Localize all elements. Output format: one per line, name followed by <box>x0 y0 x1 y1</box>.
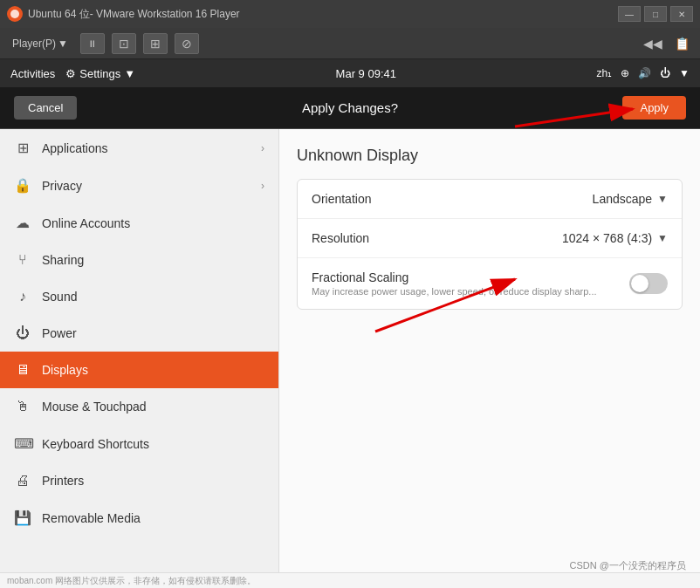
power-menu-icon: ⏻ <box>14 325 31 341</box>
lang-indicator[interactable]: zh₁ <box>596 67 612 79</box>
window-controls: — □ ✕ <box>618 6 693 22</box>
title-bar: Ubuntu 64 位- VMware Workstation 16 Playe… <box>0 0 700 28</box>
sidebar-label-sound: Sound <box>42 290 264 304</box>
sidebar-label-sharing: Sharing <box>42 253 264 267</box>
sidebar-arrow-applications: › <box>261 142 264 154</box>
sidebar-label-keyboard-shortcuts: Keyboard Shortcuts <box>42 437 264 451</box>
vm-ctrl-1[interactable]: ⊡ <box>112 33 136 54</box>
sidebar-item-keyboard-shortcuts[interactable]: ⌨ Keyboard Shortcuts <box>0 425 278 462</box>
svg-point-0 <box>10 10 19 18</box>
sound-icon: ♪ <box>14 289 31 304</box>
sidebar-label-removable-media: Removable Media <box>42 511 264 525</box>
fractional-info: Fractional Scaling May increase power us… <box>312 270 629 297</box>
bottom-notice-text: moban.com 网络图片仅供展示，非存储，如有侵权请联系删除。 <box>7 575 256 587</box>
fractional-scaling-toggle[interactable] <box>629 273 668 294</box>
sidebar-label-mouse-touchpad: Mouse & Touchpad <box>42 400 264 414</box>
settings-dropdown-icon: ▼ <box>124 67 135 80</box>
toolbar-left: Player(P) ▼ ⏸ ⊡ ⊞ ⊘ <box>7 33 640 54</box>
resolution-dropdown-icon: ▼ <box>657 232 668 244</box>
privacy-icon: 🔒 <box>14 177 31 194</box>
sidebar-item-displays[interactable]: 🖥 Displays <box>0 352 278 388</box>
sidebar-label-displays: Displays <box>42 363 264 377</box>
sidebar-label-printers: Printers <box>42 474 264 488</box>
sidebar-item-printers[interactable]: 🖨 Printers <box>0 462 278 499</box>
apply-changes-bar: Cancel Apply Changes? Apply <box>0 87 700 129</box>
resolution-label: Resolution <box>312 231 562 245</box>
topbar-right-icons: zh₁ ⊕ 🔊 ⏻ ▼ <box>596 67 690 79</box>
player-label: Player(P) <box>12 38 56 50</box>
removable-media-icon: 💾 <box>14 509 31 526</box>
bottom-notice: moban.com 网络图片仅供展示，非存储，如有侵权请联系删除。 <box>0 572 700 588</box>
vm-icon <box>7 6 23 22</box>
printers-icon: 🖨 <box>14 473 31 489</box>
settings-menu[interactable]: ⚙ Settings ▼ <box>65 67 135 80</box>
sidebar-item-removable-media[interactable]: 💾 Removable Media <box>0 499 278 537</box>
player-menu-button[interactable]: Player(P) ▼ <box>7 36 73 51</box>
fractional-scaling-title: Fractional Scaling <box>312 270 629 284</box>
keyboard-icon: ⌨ <box>14 435 31 452</box>
resolution-row: Resolution 1024 × 768 (4:3) ▼ <box>298 219 682 258</box>
orientation-dropdown-icon: ▼ <box>657 193 668 205</box>
resolution-value-text: 1024 × 768 (4:3) <box>562 231 652 245</box>
settings-card: Orientation Landscape ▼ Resolution 1024 … <box>297 179 683 310</box>
section-title: Unknown Display <box>297 147 683 165</box>
network-icon[interactable]: ⊕ <box>621 67 629 79</box>
topbar-datetime: Mar 9 09:41 <box>135 67 596 80</box>
ubuntu-topbar: Activities ⚙ Settings ▼ Mar 9 09:41 zh₁ … <box>0 59 700 87</box>
displays-icon: 🖥 <box>14 362 31 378</box>
sidebar-label-applications: Applications <box>42 141 250 155</box>
cancel-button[interactable]: Cancel <box>14 96 77 120</box>
sidebar-item-mouse-touchpad[interactable]: 🖱 Mouse & Touchpad <box>0 388 278 425</box>
orientation-value-text: Landscape <box>593 192 653 206</box>
sidebar-item-sound[interactable]: ♪ Sound <box>0 278 278 315</box>
settings-icon: ⚙ <box>65 67 76 80</box>
orientation-row: Orientation Landscape ▼ <box>298 180 682 219</box>
sidebar-label-online-accounts: Online Accounts <box>42 216 264 230</box>
resolution-value[interactable]: 1024 × 768 (4:3) ▼ <box>562 231 668 245</box>
vm-ctrl-3[interactable]: ⊘ <box>175 33 199 54</box>
maximize-button[interactable]: □ <box>644 6 667 22</box>
sidebar-item-privacy[interactable]: 🔒 Privacy › <box>0 167 278 204</box>
clipboard-button[interactable]: 📋 <box>671 35 693 52</box>
orientation-label: Orientation <box>312 192 593 206</box>
online-accounts-icon: ☁ <box>14 215 31 231</box>
volume-icon[interactable]: 🔊 <box>638 67 651 79</box>
sidebar: ⊞ Applications › 🔒 Privacy › ☁ Online Ac… <box>0 129 279 588</box>
close-button[interactable]: ✕ <box>670 6 693 22</box>
main-content: ⊞ Applications › 🔒 Privacy › ☁ Online Ac… <box>0 129 700 588</box>
sidebar-item-power[interactable]: ⏻ Power <box>0 315 278 352</box>
orientation-value[interactable]: Landscape ▼ <box>593 192 668 206</box>
fractional-scaling-row: Fractional Scaling May increase power us… <box>298 258 682 309</box>
apply-changes-title: Apply Changes? <box>87 100 612 115</box>
minimize-button[interactable]: — <box>618 6 641 22</box>
settings-label: Settings <box>79 67 120 80</box>
toggle-knob <box>631 275 649 292</box>
sidebar-item-online-accounts[interactable]: ☁ Online Accounts <box>0 204 278 242</box>
watermark: CSDN @一个没秃的程序员 <box>570 559 686 572</box>
sidebar-label-power: Power <box>42 326 264 340</box>
sharing-icon: ⑂ <box>14 252 31 268</box>
power-icon[interactable]: ⏻ <box>660 67 670 79</box>
toolbar-right: ◀◀ 📋 <box>640 35 693 52</box>
vmware-toolbar: Player(P) ▼ ⏸ ⊡ ⊞ ⊘ ◀◀ 📋 <box>0 28 700 59</box>
vm-ctrl-2[interactable]: ⊞ <box>143 33 168 54</box>
player-dropdown-icon: ▼ <box>58 38 68 50</box>
rewind-button[interactable]: ◀◀ <box>640 35 666 52</box>
topbar-arrow: ▼ <box>679 67 690 79</box>
window-title: Ubuntu 64 位- VMware Workstation 16 Playe… <box>28 7 618 22</box>
activities-button[interactable]: Activities <box>10 67 55 80</box>
fractional-scaling-desc: May increase power usage, lower speed, o… <box>312 286 629 297</box>
mouse-icon: 🖱 <box>14 399 31 414</box>
content-panel: Unknown Display Orientation Landscape ▼ … <box>279 129 700 588</box>
apply-button[interactable]: Apply <box>622 96 686 120</box>
sidebar-label-privacy: Privacy <box>42 179 250 193</box>
applications-icon: ⊞ <box>14 140 31 156</box>
sidebar-item-applications[interactable]: ⊞ Applications › <box>0 129 278 167</box>
sidebar-item-sharing[interactable]: ⑂ Sharing <box>0 242 278 278</box>
pause-button[interactable]: ⏸ <box>80 33 105 54</box>
sidebar-arrow-privacy: › <box>261 180 264 192</box>
